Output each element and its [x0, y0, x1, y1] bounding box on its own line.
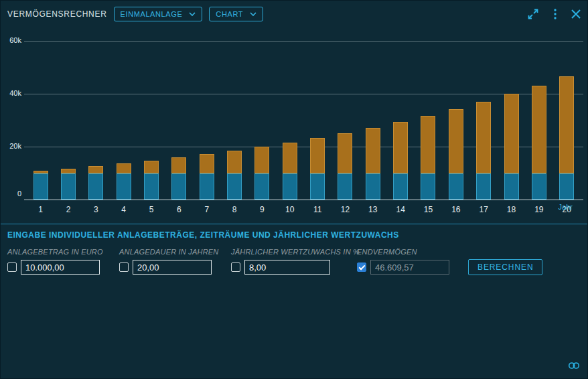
field-endvermoegen: ENDVERMÖGEN — [357, 248, 449, 275]
x-axis-labels: Jahr 1234567891011121314151617181920 — [24, 200, 583, 214]
bar-segment-growth[interactable] — [532, 86, 546, 173]
stacked-bar[interactable] — [310, 138, 325, 200]
bar-segment-growth[interactable] — [283, 143, 297, 173]
stacked-bar[interactable] — [476, 102, 491, 200]
x-tick-label: 8 — [220, 200, 248, 214]
bar-segment-growth[interactable] — [421, 116, 435, 173]
bar-segment-invested[interactable] — [476, 173, 491, 200]
bar-segment-growth[interactable] — [88, 166, 103, 173]
stacked-bar[interactable] — [366, 128, 380, 200]
bar-column — [276, 41, 303, 200]
bar-segment-growth[interactable] — [366, 128, 380, 173]
bar-segment-growth[interactable] — [393, 122, 408, 173]
stacked-bar[interactable] — [144, 161, 159, 200]
bar-segment-growth[interactable] — [200, 154, 214, 173]
expand-arrows-icon[interactable] — [527, 8, 539, 20]
bar-segment-invested[interactable] — [421, 173, 435, 200]
bar-segment-growth[interactable] — [144, 161, 159, 173]
stacked-bar[interactable] — [393, 122, 408, 200]
close-x-icon[interactable] — [571, 9, 581, 19]
wertzuwachs-input[interactable] — [244, 260, 330, 275]
bar-segment-invested[interactable] — [200, 173, 214, 200]
bar-segment-invested[interactable] — [144, 173, 159, 200]
bar-column — [165, 41, 193, 200]
bar-segment-invested[interactable] — [171, 173, 186, 200]
bar-segment-growth[interactable] — [504, 94, 519, 173]
stacked-bar[interactable] — [117, 163, 131, 200]
bar-segment-invested[interactable] — [33, 173, 48, 200]
bar-segment-invested[interactable] — [449, 173, 463, 200]
bar-segment-invested[interactable] — [504, 173, 519, 200]
field-anlagebetrag: ANLAGEBETRAG IN EURO — [7, 248, 100, 275]
bars-container — [24, 41, 583, 200]
y-tick-label: 0 — [3, 190, 21, 198]
stacked-bar[interactable] — [283, 143, 297, 200]
anlagebetrag-checkbox[interactable] — [7, 262, 17, 272]
anlagedauer-input[interactable] — [133, 260, 212, 275]
input-form: ANLAGEBETRAG IN EURO ANLAGEDAUER IN JAHR… — [1, 248, 587, 275]
stacked-bar[interactable] — [33, 171, 48, 200]
x-tick-label: 1 — [27, 200, 54, 214]
bar-column — [332, 41, 359, 200]
stacked-bar[interactable] — [421, 116, 435, 200]
x-tick-label: 5 — [137, 200, 165, 214]
bar-segment-invested[interactable] — [88, 173, 103, 200]
stacked-bar[interactable] — [61, 169, 76, 200]
kebab-menu-icon[interactable] — [554, 9, 557, 19]
titlebar: VERMÖGENSRECHNER EINMALANLAGE CHART — [1, 1, 587, 27]
stacked-bar[interactable] — [449, 109, 463, 200]
bar-segment-invested[interactable] — [310, 173, 325, 200]
endvermoegen-control — [357, 260, 449, 275]
anlagedauer-checkbox[interactable] — [119, 262, 129, 272]
bar-segment-invested[interactable] — [338, 173, 352, 200]
bar-segment-growth[interactable] — [254, 147, 269, 173]
stacked-bar[interactable] — [88, 166, 103, 200]
stacked-bar[interactable] — [338, 133, 352, 200]
bar-segment-invested[interactable] — [559, 173, 574, 200]
bar-segment-growth[interactable] — [476, 102, 491, 173]
field-anlagedauer: ANLAGEDAUER IN JAHREN — [119, 248, 212, 275]
bar-column — [525, 41, 553, 200]
ansicht-dropdown-label: CHART — [216, 10, 243, 18]
anlagebetrag-input[interactable] — [21, 260, 100, 275]
bar-segment-invested[interactable] — [366, 173, 380, 200]
bar-segment-growth[interactable] — [338, 133, 352, 173]
x-tick-label: 19 — [525, 200, 553, 214]
x-tick-label: 17 — [470, 200, 498, 214]
stacked-bar[interactable] — [532, 86, 546, 200]
anlagedauer-label: ANLAGEDAUER IN JAHREN — [119, 248, 212, 256]
stacked-bar[interactable] — [254, 147, 269, 200]
app-title: VERMÖGENSRECHNER — [7, 9, 107, 19]
stacked-bar[interactable] — [200, 154, 214, 200]
endvermoegen-input[interactable] — [370, 260, 449, 275]
x-tick-label: 4 — [110, 200, 137, 214]
bar-segment-invested[interactable] — [254, 173, 269, 200]
endvermoegen-label: ENDVERMÖGEN — [357, 248, 449, 256]
bar-segment-invested[interactable] — [61, 173, 76, 200]
bar-segment-growth[interactable] — [171, 157, 186, 173]
endvermoegen-checkbox[interactable] — [357, 262, 366, 272]
bar-segment-invested[interactable] — [117, 173, 131, 200]
stacked-bar[interactable] — [559, 76, 574, 200]
stacked-bar[interactable] — [171, 157, 186, 200]
wertzuwachs-checkbox[interactable] — [231, 262, 240, 272]
stacked-bar[interactable] — [227, 151, 242, 200]
bar-segment-growth[interactable] — [117, 163, 131, 173]
ansicht-dropdown[interactable]: CHART — [209, 7, 263, 21]
y-tick-label: 20k — [3, 142, 21, 150]
bar-segment-invested[interactable] — [393, 173, 408, 200]
x-tick-label: 15 — [415, 200, 442, 214]
bar-segment-growth[interactable] — [559, 76, 574, 173]
bar-segment-invested[interactable] — [227, 173, 242, 200]
bar-segment-growth[interactable] — [227, 151, 242, 173]
bar-column — [498, 41, 525, 200]
anlageart-dropdown[interactable]: EINMALANLAGE — [114, 7, 203, 21]
berechnen-button[interactable]: BERECHNEN — [468, 259, 542, 275]
bar-segment-growth[interactable] — [310, 138, 325, 173]
bar-segment-growth[interactable] — [449, 109, 463, 173]
chain-link-icon[interactable] — [568, 360, 580, 372]
x-tick-label: 12 — [332, 200, 359, 214]
stacked-bar[interactable] — [504, 94, 519, 200]
bar-segment-invested[interactable] — [283, 173, 297, 200]
bar-segment-invested[interactable] — [532, 173, 546, 200]
